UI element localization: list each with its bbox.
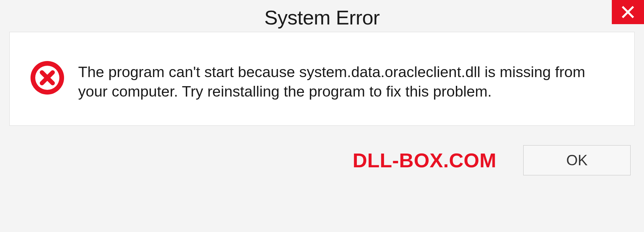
error-icon — [30, 60, 65, 95]
close-icon — [621, 5, 635, 19]
footer-bar: DLL-BOX.COM OK — [0, 135, 644, 185]
close-button[interactable] — [612, 0, 644, 24]
dialog-title: System Error — [264, 6, 380, 29]
ok-button[interactable]: OK — [523, 145, 631, 175]
title-bar: System Error — [0, 0, 644, 32]
error-dialog: System Error The program can't start bec… — [0, 0, 644, 232]
watermark-text: DLL-BOX.COM — [353, 149, 496, 172]
content-area: The program can't start because system.d… — [9, 32, 635, 126]
error-message: The program can't start because system.d… — [78, 62, 601, 101]
